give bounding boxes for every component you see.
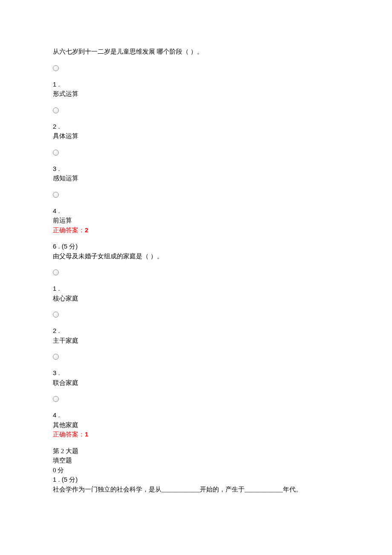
radio-icon[interactable]	[53, 107, 59, 113]
q6-opt1-number: 1 .	[53, 284, 341, 294]
q5-opt4-text: 前运算	[53, 216, 341, 225]
q5-stem: 从六七岁到十一二岁是儿童思维发展 哪个阶段（ ）。	[53, 47, 341, 57]
q6-opt4-text: 其他家庭	[53, 420, 341, 430]
q6-stem: 由父母及未婚子女组成的家庭是（ ）。	[53, 251, 341, 261]
q5-opt3-radio-row	[53, 148, 341, 157]
section2-score: 0 分	[53, 465, 341, 475]
q6-opt2-number: 2 .	[53, 326, 341, 336]
q5-opt3-number: 3 .	[53, 164, 341, 174]
q6-opt1-text: 核心家庭	[53, 294, 341, 304]
q5-opt2-text: 具体运算	[53, 131, 341, 141]
q6-answer-label: 正确答案：	[53, 431, 85, 438]
section2-q1-header: 1 . (5 分)	[53, 475, 341, 485]
q5-opt4-radio-row	[53, 190, 341, 199]
q5-opt2-radio-row	[53, 106, 341, 115]
q6-answer: 正确答案：1	[53, 430, 341, 439]
radio-icon[interactable]	[53, 65, 59, 71]
q5-opt4-number: 4 .	[53, 206, 341, 216]
q6-opt3-radio-row	[53, 352, 341, 361]
section2-type: 填空题	[53, 456, 341, 465]
q6-answer-value: 1	[85, 431, 88, 438]
section2-q1-stem: 社会学作为一门独立的社会科学，是从____________开始的，产生于____…	[53, 485, 341, 494]
page: 从六七岁到十一二岁是儿童思维发展 哪个阶段（ ）。 1 . 形式运算 2 . 具…	[0, 0, 392, 555]
q5-answer: 正确答案：2	[53, 225, 341, 235]
q5-opt1-number: 1 .	[53, 80, 341, 90]
radio-icon[interactable]	[53, 312, 59, 318]
section2-title: 第 2 大题	[53, 446, 341, 456]
q6-opt4-radio-row	[53, 394, 341, 404]
q6-opt1-radio-row	[53, 268, 341, 277]
q5-opt1-radio-row	[53, 64, 341, 73]
q6-header: 6 . (5 分)	[53, 242, 341, 251]
q5-answer-label: 正确答案：	[53, 227, 85, 234]
radio-icon[interactable]	[53, 192, 59, 198]
q5-answer-value: 2	[85, 226, 88, 234]
q6-opt2-text: 主干家庭	[53, 336, 341, 346]
radio-icon[interactable]	[53, 354, 59, 360]
q6-opt3-number: 3 .	[53, 368, 341, 378]
q5-opt2-number: 2 .	[53, 122, 341, 132]
q6-opt2-radio-row	[53, 310, 341, 319]
radio-icon[interactable]	[53, 150, 59, 156]
q5-opt3-text: 感知运算	[53, 173, 341, 183]
radio-icon[interactable]	[53, 269, 59, 275]
q6-opt3-text: 联合家庭	[53, 378, 341, 388]
q5-opt1-text: 形式运算	[53, 89, 341, 99]
q6-opt4-number: 4 .	[53, 410, 341, 420]
radio-icon[interactable]	[53, 396, 59, 402]
